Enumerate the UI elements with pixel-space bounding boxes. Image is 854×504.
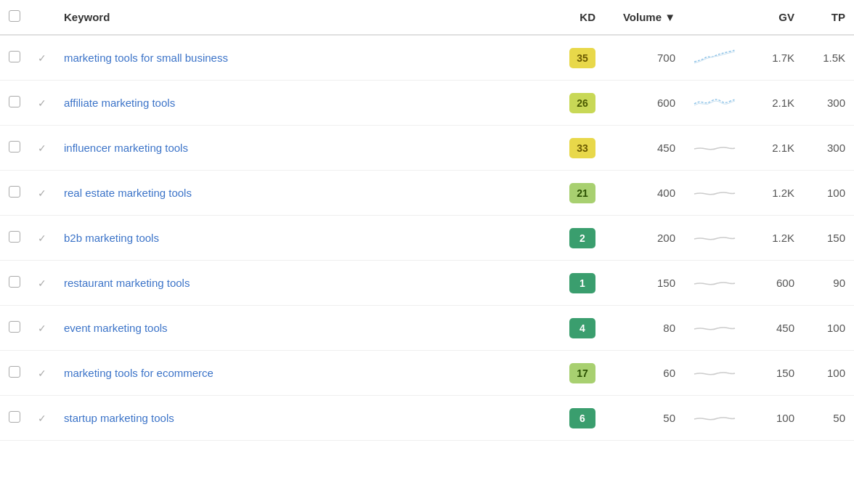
kd-cell: 17 — [546, 351, 604, 396]
kd-badge: 2 — [569, 228, 595, 248]
volume-value: 700 — [657, 52, 675, 64]
tp-value: 100 — [827, 367, 845, 379]
table-row: ✓ marketing tools for ecommerce 17 60 15… — [0, 351, 854, 396]
select-all-checkbox[interactable] — [9, 10, 20, 22]
row-checkbox-cell[interactable] — [0, 81, 29, 126]
sparkline-cell — [684, 216, 745, 261]
row-checkbox[interactable] — [9, 411, 20, 423]
keyword-header: Keyword — [55, 0, 546, 35]
row-checkbox[interactable] — [9, 321, 20, 333]
row-checkbox[interactable] — [9, 366, 20, 378]
row-checkbox-cell[interactable] — [0, 171, 29, 216]
tp-value: 100 — [827, 187, 845, 199]
sparkline-cell — [684, 351, 745, 396]
row-checkbox-cell[interactable] — [0, 216, 29, 261]
tp-value: 300 — [827, 97, 845, 109]
keyword-link[interactable]: marketing tools for small business — [64, 52, 228, 64]
row-checkbox[interactable] — [9, 96, 20, 107]
sparkline-cell — [684, 35, 745, 81]
row-checkmark-cell: ✓ — [29, 35, 55, 81]
gv-value: 150 — [776, 367, 794, 379]
keyword-link[interactable]: event marketing tools — [64, 322, 168, 334]
table-row: ✓ startup marketing tools 6 50 100 50 — [0, 396, 854, 441]
row-checkbox-cell[interactable] — [0, 351, 29, 396]
keyword-cell: restaurant marketing tools — [55, 261, 546, 306]
volume-cell: 150 — [604, 261, 684, 306]
kd-badge: 6 — [569, 408, 595, 428]
tp-value: 50 — [833, 412, 845, 424]
volume-cell: 200 — [604, 216, 684, 261]
gv-cell: 450 — [745, 306, 803, 351]
volume-label: Volume ▼ — [623, 11, 675, 23]
sparkline-cell — [684, 306, 745, 351]
table-row: ✓ restaurant marketing tools 1 150 600 9… — [0, 261, 854, 306]
kd-cell: 2 — [546, 216, 604, 261]
row-checkbox-cell[interactable] — [0, 306, 29, 351]
gv-cell: 2.1K — [745, 126, 803, 171]
table-row: ✓ influencer marketing tools 33 450 2.1K… — [0, 126, 854, 171]
row-checkbox-cell[interactable] — [0, 261, 29, 306]
kd-cell: 35 — [546, 35, 604, 81]
table-header-row: Keyword KD Volume ▼ GV TP — [0, 0, 854, 35]
volume-header[interactable]: Volume ▼ — [604, 0, 684, 35]
gv-value: 2.1K — [772, 97, 794, 109]
gv-cell: 100 — [745, 396, 803, 441]
keyword-link[interactable]: marketing tools for ecommerce — [64, 367, 214, 379]
gv-cell: 1.7K — [745, 35, 803, 81]
keyword-link[interactable]: restaurant marketing tools — [64, 277, 190, 289]
tp-cell: 300 — [803, 126, 854, 171]
keyword-link[interactable]: affiliate marketing tools — [64, 97, 175, 109]
row-checkbox[interactable] — [9, 276, 20, 288]
kd-badge: 21 — [569, 183, 595, 203]
row-checkmark-cell: ✓ — [29, 216, 55, 261]
kd-cell: 6 — [546, 396, 604, 441]
kd-cell: 4 — [546, 306, 604, 351]
row-checkmark-cell: ✓ — [29, 171, 55, 216]
keyword-link[interactable]: b2b marketing tools — [64, 232, 159, 244]
row-checkbox[interactable] — [9, 51, 20, 62]
gv-value: 1.2K — [772, 232, 794, 244]
sparkline-cell — [684, 396, 745, 441]
gv-value: 600 — [776, 277, 794, 289]
tp-cell: 50 — [803, 396, 854, 441]
gv-value: 2.1K — [772, 142, 794, 154]
tp-cell: 1.5K — [803, 35, 854, 81]
checkmark-icon: ✓ — [38, 187, 46, 199]
tp-value: 150 — [827, 232, 845, 244]
tp-value: 1.5K — [823, 52, 845, 64]
keyword-link[interactable]: real estate marketing tools — [64, 187, 192, 199]
kd-cell: 26 — [546, 81, 604, 126]
tp-cell: 90 — [803, 261, 854, 306]
row-checkbox-cell[interactable] — [0, 126, 29, 171]
gv-value: 1.2K — [772, 187, 794, 199]
row-checkbox[interactable] — [9, 186, 20, 198]
row-checkbox[interactable] — [9, 141, 20, 153]
checkmark-icon: ✓ — [38, 412, 46, 424]
row-checkbox[interactable] — [9, 231, 20, 243]
gv-cell: 150 — [745, 351, 803, 396]
keyword-link[interactable]: startup marketing tools — [64, 412, 174, 424]
volume-value: 600 — [657, 97, 675, 109]
kd-badge: 33 — [569, 138, 595, 158]
gv-cell: 1.2K — [745, 171, 803, 216]
volume-value: 60 — [663, 367, 675, 379]
kd-badge: 26 — [569, 93, 595, 113]
select-all-header[interactable] — [0, 0, 29, 35]
row-checkmark-cell: ✓ — [29, 306, 55, 351]
keyword-link[interactable]: influencer marketing tools — [64, 142, 188, 154]
row-checkbox-cell[interactable] — [0, 35, 29, 81]
volume-cell: 400 — [604, 171, 684, 216]
kd-header: KD — [546, 0, 604, 35]
tp-header: TP — [803, 0, 854, 35]
keyword-cell: b2b marketing tools — [55, 216, 546, 261]
gv-cell: 2.1K — [745, 81, 803, 126]
volume-cell: 60 — [604, 351, 684, 396]
checkmark-icon: ✓ — [38, 322, 46, 334]
row-checkbox-cell[interactable] — [0, 396, 29, 441]
keyword-cell: affiliate marketing tools — [55, 81, 546, 126]
tp-value: 90 — [833, 277, 845, 289]
table-body: ✓ marketing tools for small business 35 … — [0, 35, 854, 441]
volume-cell: 80 — [604, 306, 684, 351]
sparkline-cell — [684, 261, 745, 306]
checkmark-icon: ✓ — [38, 232, 46, 244]
